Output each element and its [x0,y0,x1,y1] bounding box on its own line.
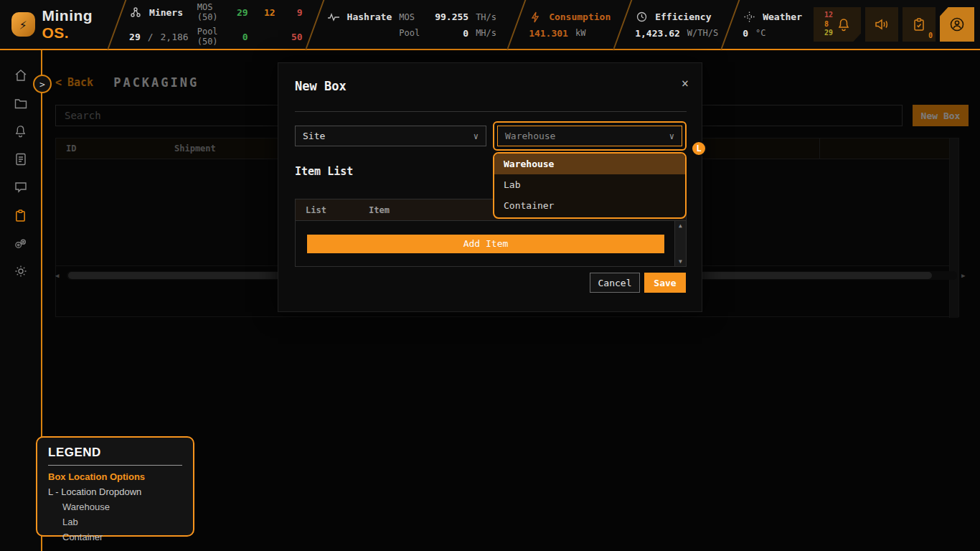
add-item-button[interactable]: Add Item [307,235,664,253]
miners-network-icon [129,6,142,19]
hashrate-mos-value: 99.255 [427,11,468,22]
cancel-button[interactable]: Cancel [590,273,640,293]
notifications-button[interactable]: 12 8 29 [814,7,861,42]
scroll-up-arrow-icon[interactable]: ▲ [679,222,682,229]
modal-title: New Box [295,79,347,93]
consumption-label: Consumption [549,11,611,22]
hashrate-pool-unit: MH/s [476,28,504,38]
item-list-table-body: Add Item [296,221,674,266]
consumption-value: 141.301 [529,28,568,39]
brand-os: OS. [42,24,70,41]
location-option-container[interactable]: Container [494,195,685,216]
miners-mos-green: 29 [227,7,248,18]
miners-stat-section: Miners MOS (50) 29 12 9 29 / 2,186 Pool … [118,0,314,50]
site-select[interactable]: Site ∨ [295,126,486,146]
sidebar-item-settings[interactable] [14,265,27,278]
column-header-item: Item [369,205,390,215]
modal-divider [295,111,687,112]
clipboard-check-icon [913,17,925,32]
location-annotation-badge: L [691,141,707,156]
header-action-buttons: 12 8 29 [814,7,980,42]
mining-os-logo-icon: ⚡ [11,12,35,37]
sidebar-item-messages[interactable] [14,181,27,194]
announcements-button[interactable] [865,7,898,42]
hashrate-label: Hashrate [347,11,392,22]
legend-item-container: Container [62,532,182,542]
legend-divider [48,465,182,466]
chevron-down-icon: ∨ [669,131,674,141]
location-option-warehouse[interactable]: Warehouse [494,154,685,174]
weather-stat-section: Weather 0 °C [731,0,814,50]
legend-item-lab: Lab [62,517,182,527]
column-header-list: List [296,205,369,215]
weather-unit: °C [755,28,765,38]
hashrate-mos-label: MOS [399,12,420,22]
weather-value: 0 [743,28,748,39]
sidebar-item-integrations[interactable] [14,237,27,250]
app-logo: ⚡ Mining OS. [0,7,116,42]
app-brand: Mining OS. [42,7,117,42]
speaker-icon [875,18,889,31]
scroll-down-arrow-icon[interactable]: ▼ [679,258,682,265]
hashrate-stat-section: Hashrate MOS 99.255 TH/s Pool 0 MH/s [316,0,517,50]
miners-mos-red: 9 [284,7,303,18]
weather-sun-icon [743,11,755,24]
miners-pool-green: 0 [227,32,248,42]
legend-title: LEGEND [48,446,182,460]
legend-item-warehouse: Warehouse [62,501,182,512]
efficiency-label: Efficiency [655,11,711,22]
sidebar-item-packaging[interactable] [14,209,27,222]
efficiency-value: 1,423.62 [635,28,680,39]
hashrate-pulse-icon [327,11,340,24]
consumption-unit: kW [575,28,585,38]
user-icon [949,17,965,32]
top-header: ⚡ Mining OS. Miners MOS (50) 29 12 9 29 [0,0,980,50]
brand-mining: Mining [42,7,93,24]
miners-pool-label: Pool (50) [197,27,218,47]
efficiency-unit: W/TH/S [687,28,718,38]
location-dropdown-list: Warehouse Lab Container [493,152,687,219]
miners-count: 29 [129,32,141,42]
legend-dropdown-label: L - Location Dropdown [48,486,182,497]
notif-count-orange: 8 [824,20,833,29]
miners-mos-label: MOS (50) [197,2,218,22]
miners-label: Miners [149,7,183,18]
legend-subtitle: Box Location Options [48,471,182,482]
consumption-stat-section: Consumption 141.301 kW [517,0,622,50]
bell-icon [837,18,850,32]
notif-count-yellow: 29 [824,29,833,38]
miners-total: 2,186 [161,32,189,42]
item-list-heading: Item List [295,165,353,178]
consumption-bolt-icon [529,11,542,24]
hashrate-pool-label: Pool [399,28,420,38]
efficiency-stat-section: Efficiency 1,423.62 W/TH/S [623,0,730,50]
miners-count-separator: / [148,32,154,42]
location-select-highlight: Warehouse ∨ L [493,121,687,151]
weather-label: Weather [763,11,802,22]
chevron-down-icon: ∨ [473,131,479,141]
sidebar-item-reports[interactable] [14,153,27,166]
hashrate-mos-unit: TH/s [476,12,504,22]
tasks-button[interactable]: 0 [903,7,936,42]
sidebar-item-files[interactable] [14,97,27,110]
legend-panel: LEGEND Box Location Options L - Location… [36,436,194,537]
notif-count-red: 12 [824,11,833,20]
save-button[interactable]: Save [644,273,686,293]
site-select-value: Site [303,131,325,141]
efficiency-clock-icon [635,11,648,24]
sidebar-item-home[interactable] [14,69,27,82]
location-option-lab[interactable]: Lab [494,174,685,195]
tasks-badge: 0 [928,32,933,39]
hashrate-pool-value: 0 [427,28,468,39]
sidebar-item-alerts[interactable] [14,125,27,138]
miners-pool-red: 50 [284,32,303,42]
item-list-scrollbar[interactable]: ▲ ▼ [674,221,686,266]
location-select-value: Warehouse [505,131,555,141]
close-icon[interactable]: × [682,76,689,90]
sidebar-expand-button[interactable]: > [33,75,52,93]
new-box-modal: New Box × Site ∨ Warehouse ∨ L Warehouse… [278,62,702,312]
account-button[interactable] [940,7,974,42]
miners-mos-orange: 12 [257,7,275,18]
location-select[interactable]: Warehouse ∨ [497,126,682,146]
